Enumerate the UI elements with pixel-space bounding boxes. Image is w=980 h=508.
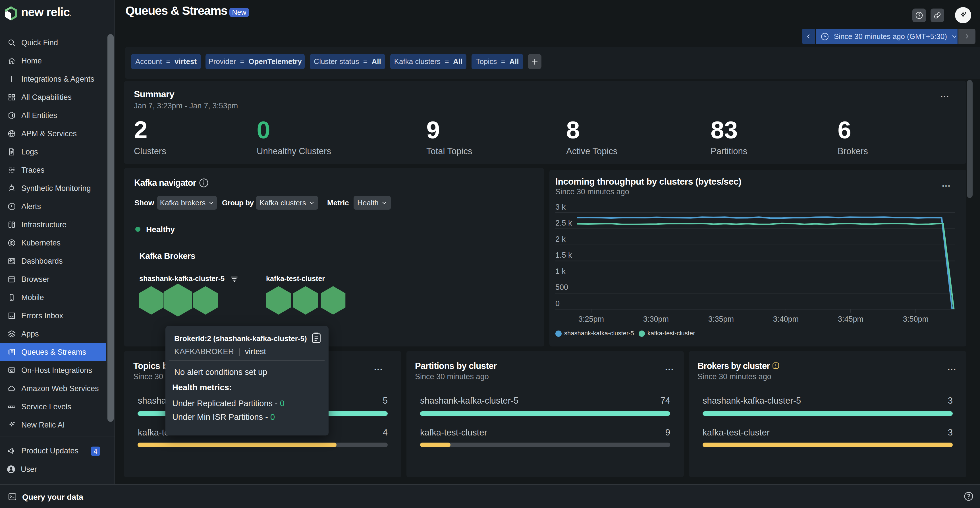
svg-text:3:35pm: 3:35pm xyxy=(708,315,734,323)
svg-text:shashank-kafka-cluster-5: shashank-kafka-cluster-5 xyxy=(564,330,634,337)
svg-text:2 k: 2 k xyxy=(555,235,566,243)
svg-text:3 k: 3 k xyxy=(555,203,566,211)
svg-text:0: 0 xyxy=(555,299,560,308)
svg-text:500: 500 xyxy=(555,283,568,292)
svg-text:3:30pm: 3:30pm xyxy=(643,315,669,323)
svg-text:kafka-test-cluster: kafka-test-cluster xyxy=(648,330,695,337)
svg-text:1 k: 1 k xyxy=(555,267,566,276)
svg-text:3:50pm: 3:50pm xyxy=(903,315,929,323)
svg-text:2.5 k: 2.5 k xyxy=(555,219,572,227)
svg-text:3:45pm: 3:45pm xyxy=(838,315,864,323)
svg-text:3:40pm: 3:40pm xyxy=(773,315,799,323)
svg-text:3:25pm: 3:25pm xyxy=(578,315,604,323)
svg-text:1.5 k: 1.5 k xyxy=(555,251,572,259)
